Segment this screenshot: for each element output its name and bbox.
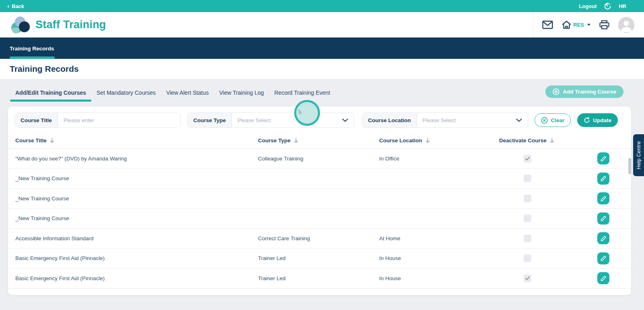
chevron-down-icon xyxy=(587,24,590,26)
column-header-course-location[interactable]: Course Location xyxy=(379,137,499,144)
app-header: Staff Training RES xyxy=(0,12,644,37)
plus-circle-icon xyxy=(553,88,559,95)
home-icon xyxy=(562,21,571,29)
circle-x-icon xyxy=(541,117,548,124)
edit-course-button[interactable] xyxy=(597,252,609,264)
course-location-filter-label: Course Location xyxy=(362,113,417,127)
clear-button[interactable]: Clear xyxy=(535,113,571,127)
print-icon[interactable] xyxy=(599,20,609,29)
edit-course-button[interactable] xyxy=(597,212,609,225)
course-title-input[interactable] xyxy=(58,113,180,127)
course-type-cell: Trainer Led xyxy=(258,255,379,261)
page-title: Training Records xyxy=(10,64,79,74)
course-location-select[interactable]: Please Select xyxy=(417,113,528,127)
deactivate-checkbox[interactable] xyxy=(524,235,531,242)
checkmark-icon xyxy=(525,156,530,161)
column-header-course-type[interactable]: Course Type xyxy=(258,137,379,144)
pencil-icon xyxy=(600,195,607,202)
home-selector[interactable]: RES xyxy=(562,21,590,29)
refresh-icon xyxy=(584,117,590,123)
deactivate-checkbox[interactable] xyxy=(524,175,531,182)
course-title-cell: Basic Emergency First Aid (Pinnacle) xyxy=(15,275,258,281)
logout-icon[interactable] xyxy=(604,2,611,10)
pencil-icon xyxy=(600,155,607,162)
training-courses-card: Course Title Course Type Please Select C… xyxy=(8,106,631,295)
title-strip: Training Records xyxy=(0,59,644,79)
tab[interactable]: Set Mandatory Courses xyxy=(91,85,161,102)
sort-down-icon xyxy=(550,138,554,143)
deactivate-checkbox[interactable] xyxy=(524,254,531,262)
table-header: Course Title Course Type Course Location… xyxy=(8,133,631,149)
course-type-filter: Course Type Please Select xyxy=(187,112,354,128)
course-location-cell: In House xyxy=(379,275,499,281)
tab-label: Add/Edit Training Courses xyxy=(15,89,86,96)
logout-button[interactable]: Logout xyxy=(579,3,597,9)
top-utility-bar: ‹ Back Logout HR xyxy=(0,0,644,12)
edit-course-button[interactable] xyxy=(597,173,609,185)
logout-label: Logout xyxy=(579,3,597,9)
scrollbar-thumb[interactable] xyxy=(628,158,631,174)
deactivate-checkbox[interactable] xyxy=(524,155,531,162)
pencil-icon xyxy=(600,275,607,282)
edit-course-button[interactable] xyxy=(597,272,609,284)
edit-course-button[interactable] xyxy=(597,232,609,244)
help-centre-tab[interactable]: Help Centre xyxy=(633,134,644,176)
tab[interactable]: View Alert Status xyxy=(161,85,214,102)
course-location-cell: In Office xyxy=(379,156,499,162)
column-header-deactivate-course[interactable]: Deactivate Course xyxy=(499,137,597,144)
clear-label: Clear xyxy=(551,117,564,123)
deactivate-checkbox[interactable] xyxy=(524,195,531,202)
add-course-label: Add Training Course xyxy=(563,89,616,95)
mail-icon[interactable] xyxy=(542,21,553,29)
tab-active-underline xyxy=(10,100,91,102)
deactivate-checkbox[interactable] xyxy=(524,214,531,222)
deactivate-checkbox[interactable] xyxy=(524,275,531,282)
course-location-cell: At Home xyxy=(379,235,499,241)
course-title-cell: "What do you see?" (DVD) by Amanda Warin… xyxy=(15,156,258,162)
add-training-course-button[interactable]: Add Training Course xyxy=(545,85,623,98)
update-label: Update xyxy=(593,117,611,123)
course-title-cell: _New Training Course xyxy=(15,196,258,202)
pencil-icon xyxy=(600,255,607,262)
course-title-filter-label: Course Title xyxy=(15,113,58,127)
brand: Staff Training xyxy=(11,16,106,34)
course-type-filter-label: Course Type xyxy=(188,113,232,127)
update-button[interactable]: Update xyxy=(577,113,618,127)
course-title-filter: Course Title xyxy=(14,112,181,128)
course-title-cell: _New Training Course xyxy=(15,215,258,221)
app-logo-icon xyxy=(11,16,30,34)
help-centre-label: Help Centre xyxy=(636,141,642,169)
table-row: _New Training Course xyxy=(8,189,631,209)
table-row: Accessible Information Standard Correct … xyxy=(8,229,631,249)
tab-label: Set Mandatory Courses xyxy=(97,89,156,96)
edit-course-button[interactable] xyxy=(597,152,609,164)
sort-down-icon xyxy=(425,138,430,143)
course-location-cell: In House xyxy=(379,255,499,261)
mouse-cursor-icon xyxy=(298,109,303,115)
table-row: _New Training Course xyxy=(8,209,631,229)
course-type-cell: Colleague Training xyxy=(258,156,379,162)
tab-label: View Alert Status xyxy=(166,89,209,96)
tab[interactable]: Record Training Event xyxy=(269,85,336,102)
back-button[interactable]: ‹ Back xyxy=(7,3,24,9)
course-title-cell: Accessible Information Standard xyxy=(15,235,258,241)
column-header-course-title[interactable]: Course Title xyxy=(15,137,258,144)
pencil-icon xyxy=(600,235,607,242)
nav-item-training-records[interactable]: Training Records xyxy=(10,46,56,59)
pencil-icon xyxy=(600,215,607,222)
home-code-label: RES xyxy=(573,22,584,28)
edit-course-button[interactable] xyxy=(597,192,609,204)
table-row: "What do you see?" (DVD) by Amanda Warin… xyxy=(8,149,631,169)
sort-down-icon xyxy=(50,138,54,143)
chevron-down-icon xyxy=(342,119,348,122)
course-type-cell: Correct Care Training xyxy=(258,235,379,241)
tab[interactable]: View Training Log xyxy=(214,85,269,102)
user-avatar[interactable] xyxy=(618,17,634,33)
back-chevron-icon: ‹ xyxy=(7,3,9,9)
course-type-select[interactable]: Please Select xyxy=(232,113,354,127)
tab-label: Record Training Event xyxy=(275,89,330,96)
pencil-icon xyxy=(600,175,607,182)
course-type-cell: Trainer Led xyxy=(258,275,379,281)
tabs-row: Add/Edit Training Courses Set Mandatory … xyxy=(0,79,644,104)
tab[interactable]: Add/Edit Training Courses xyxy=(10,85,91,102)
